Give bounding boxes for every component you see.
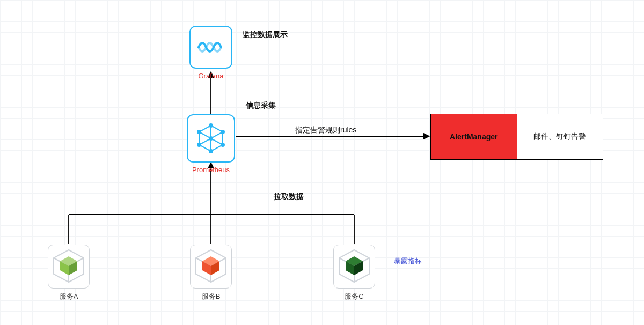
prometheus-icon xyxy=(195,122,227,154)
svg-point-15 xyxy=(197,143,201,146)
diagram-canvas: Grafana 监控数据展示 Prometheus 信息采集 指定告警规则rul… xyxy=(0,0,644,325)
prometheus-node xyxy=(187,114,235,162)
svg-point-16 xyxy=(197,130,201,134)
service-c-box xyxy=(333,245,375,289)
service-b-label: 服务B xyxy=(187,292,235,301)
cube-icon xyxy=(50,248,87,284)
cube-icon xyxy=(336,248,372,284)
service-a-label: 服务A xyxy=(45,292,93,301)
cube-icon xyxy=(193,248,229,284)
grafana-icon xyxy=(196,36,225,58)
svg-point-17 xyxy=(209,137,213,140)
grafana-desc: 监控数据展示 xyxy=(243,30,288,40)
svg-point-14 xyxy=(209,150,213,153)
svg-point-13 xyxy=(221,143,224,146)
expose-label: 暴露指标 xyxy=(394,256,422,266)
service-b-box xyxy=(190,245,232,289)
edge-pull-label: 拉取数据 xyxy=(274,192,304,202)
grafana-label: Grafana xyxy=(189,72,232,80)
service-c-label: 服务C xyxy=(330,292,378,301)
service-b: 服务B xyxy=(187,245,235,301)
svg-point-12 xyxy=(221,130,224,134)
edge-rules-label: 指定告警规则rules xyxy=(295,125,356,135)
service-c: 服务C xyxy=(330,245,378,301)
service-a: 服务A xyxy=(45,245,93,301)
service-a-box xyxy=(48,245,90,289)
connectors xyxy=(0,0,644,325)
svg-point-11 xyxy=(209,124,213,127)
alertmanager-channels: 邮件、钉钉告警 xyxy=(517,114,603,159)
prometheus-label: Prometheus xyxy=(187,166,235,174)
prometheus-desc: 信息采集 xyxy=(246,101,276,110)
grafana-node xyxy=(189,26,232,69)
alertmanager-node: AlertManager 邮件、钉钉告警 xyxy=(430,114,603,160)
alertmanager-title: AlertManager xyxy=(431,114,517,159)
